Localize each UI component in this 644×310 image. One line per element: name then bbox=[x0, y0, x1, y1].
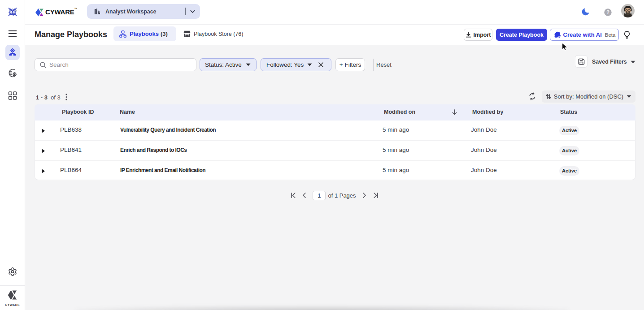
svg-text:?: ? bbox=[606, 9, 609, 15]
